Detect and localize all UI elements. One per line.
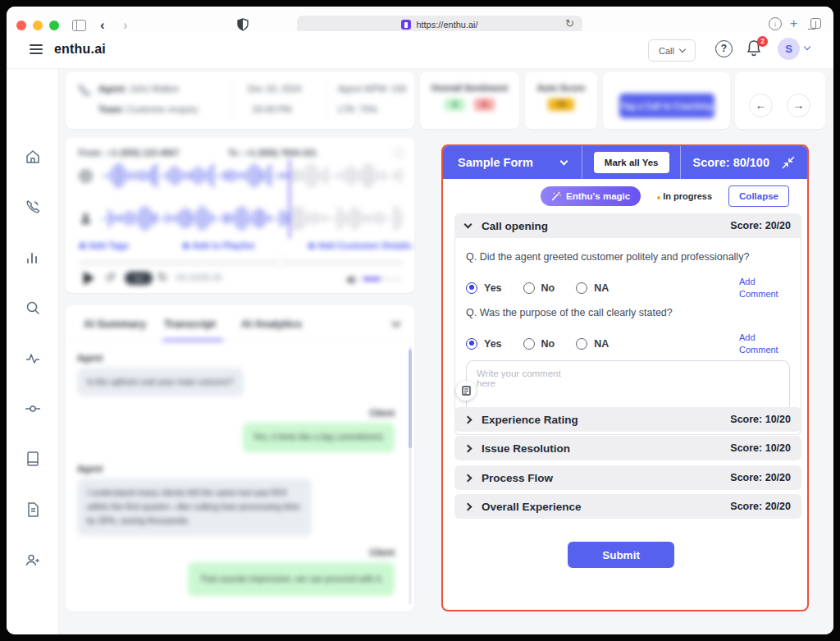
new-tab-button[interactable]: + — [790, 16, 797, 32]
seek-thumb[interactable] — [276, 258, 285, 268]
sidebar-item-integrations[interactable] — [21, 397, 44, 420]
help-icon[interactable]: ? — [715, 40, 733, 57]
speaker-label: Agent — [77, 353, 395, 363]
sidebar-item-home[interactable] — [21, 145, 44, 168]
enthus-magic-button[interactable]: Enthu's magic — [541, 186, 641, 206]
play-button[interactable] — [84, 272, 94, 285]
sidebar-toggle-icon[interactable] — [72, 20, 86, 31]
add-to-playlist-link[interactable]: ⊕ Add to Playlist — [182, 240, 254, 251]
volume-slider[interactable] — [363, 277, 402, 281]
downloads-icon[interactable]: ↓ — [769, 17, 782, 30]
chevron-right-icon — [464, 474, 472, 482]
radio-na[interactable] — [576, 282, 587, 294]
agent-waveform-row[interactable] — [79, 161, 407, 190]
tab-ai-summary[interactable]: AI Summary — [84, 318, 146, 330]
add-circle-icon: ⊕ — [308, 240, 315, 250]
radio-no-label[interactable]: No — [541, 282, 555, 294]
radio-yes-selected[interactable] — [466, 338, 477, 350]
sidebar-item-activity[interactable] — [21, 347, 44, 370]
section-title: Issue Resolution — [482, 442, 570, 455]
agent-waveform[interactable] — [102, 161, 407, 190]
sidebar-item-reports[interactable] — [21, 498, 44, 521]
fast-forward-button[interactable]: ↻ — [158, 270, 168, 288]
call-type-dropdown[interactable]: Call — [648, 39, 696, 62]
client-waveform[interactable] — [102, 204, 407, 233]
compress-icon[interactable] — [781, 155, 796, 170]
seek-bar[interactable] — [79, 261, 404, 264]
radio-no-label[interactable]: No — [541, 338, 555, 350]
section-experience-rating[interactable]: Experience Rating Score: 10/20 — [454, 407, 801, 432]
radio-na-label[interactable]: NA — [594, 282, 609, 294]
tab-ai-analytics[interactable]: AI Analytics — [241, 318, 302, 330]
coaching-card: Tag a Call to Coaching — [603, 72, 730, 129]
reload-icon[interactable]: ↻ — [565, 17, 574, 30]
profile-chevron-icon[interactable] — [804, 43, 810, 50]
playhead-marker[interactable] — [289, 159, 290, 238]
add-comment-link[interactable]: Add Comment — [739, 276, 790, 300]
section-score: Score: 10/20 — [730, 414, 791, 425]
transcript-scrollbar[interactable] — [409, 346, 412, 605]
radio-yes-label[interactable]: Yes — [484, 282, 502, 294]
playback-speed-button[interactable]: 1x — [125, 272, 153, 285]
auto-score-label: Auto Score — [525, 83, 597, 93]
total-score: Score: 80/100 — [692, 156, 769, 169]
radio-na-label[interactable]: NA — [594, 338, 609, 350]
avatar[interactable]: S — [778, 38, 800, 60]
shield-icon[interactable] — [237, 18, 249, 31]
speaker-label: Agent — [77, 464, 395, 474]
section-process-flow[interactable]: Process Flow Score: 20/20 — [454, 465, 801, 490]
browser-chrome: ‹ › https://enthu.ai/ ↻ ↓ + — [7, 7, 833, 31]
sidebar-item-analytics[interactable] — [21, 246, 44, 269]
mark-all-yes-button[interactable]: Mark all Yes — [594, 152, 669, 173]
section-call-opening-header[interactable]: Call opening Score: 20/20 — [454, 213, 801, 238]
radio-yes-selected[interactable] — [466, 282, 477, 294]
sidebar-item-calls[interactable] — [21, 195, 44, 218]
agent-label-text: Agent: — [98, 84, 127, 94]
divider — [326, 80, 326, 121]
app-header: enthu.ai Call ? 2 S — [7, 31, 833, 69]
close-window-button[interactable] — [16, 21, 26, 30]
client-speaker-icon — [79, 212, 93, 226]
collapse-button[interactable]: Collapse — [728, 185, 789, 207]
previous-call-button[interactable]: ← — [749, 94, 773, 117]
volume-fill — [363, 277, 381, 281]
tab-transcript[interactable]: Transcript — [164, 318, 216, 330]
add-circle-icon: ⊕ — [79, 240, 86, 250]
volume-icon[interactable] — [346, 271, 359, 289]
form-dropdown-chevron-icon[interactable] — [559, 157, 568, 165]
radio-na[interactable] — [576, 338, 587, 350]
tab-overview-icon[interactable] — [810, 18, 821, 29]
info-icon[interactable]: i — [394, 148, 404, 158]
tag-call-to-coaching-button[interactable]: Tag a Call to Coaching — [619, 94, 714, 118]
transcript-scrollbar-thumb[interactable] — [409, 350, 412, 448]
sidebar-item-search[interactable] — [21, 296, 44, 319]
activity-icon — [25, 350, 41, 367]
next-call-button[interactable]: → — [787, 94, 810, 117]
submit-button[interactable]: Submit — [568, 542, 674, 568]
add-customer-details-label: Add Customer Details — [317, 240, 412, 250]
zoom-window-button[interactable] — [49, 21, 59, 30]
chevron-right-icon — [464, 415, 472, 424]
sidebar-item-library[interactable] — [21, 447, 44, 470]
rewind-button[interactable]: ↺ — [105, 270, 116, 288]
add-customer-details-link[interactable]: ⊕ Add Customer Details — [308, 240, 412, 251]
menu-icon[interactable] — [30, 44, 43, 54]
radio-no[interactable] — [523, 338, 535, 350]
status-text: In progress — [663, 191, 712, 201]
add-comment-link[interactable]: Add Comment — [739, 332, 790, 356]
sidebar-item-invite-user[interactable] — [21, 549, 44, 572]
section-issue-resolution[interactable]: Issue Resolution Score: 10/20 — [454, 436, 801, 460]
chat-scroll-area[interactable]: Agent Is the upfront cost your main conc… — [66, 341, 406, 611]
app-logo[interactable]: enthu.ai — [54, 42, 106, 57]
radio-no[interactable] — [523, 282, 535, 294]
add-tags-link[interactable]: ⊕ Add Tags — [79, 240, 129, 251]
transcript-tabs: AI Summary Transcript AI Analytics — [66, 305, 414, 341]
radio-yes-label[interactable]: Yes — [484, 338, 502, 350]
minimize-window-button[interactable] — [33, 21, 43, 30]
qa-form-header: Sample Form Mark all Yes Score: 80/100 — [443, 146, 807, 179]
notifications-button[interactable]: 2 — [746, 39, 765, 60]
client-waveform-row[interactable] — [79, 204, 407, 233]
section-overall-experience[interactable]: Overall Experience Score: 20/20 — [454, 494, 801, 519]
collapse-card-chevron-icon[interactable] — [391, 318, 400, 327]
question-2-options: Yes No NA Add Comment — [466, 332, 790, 356]
